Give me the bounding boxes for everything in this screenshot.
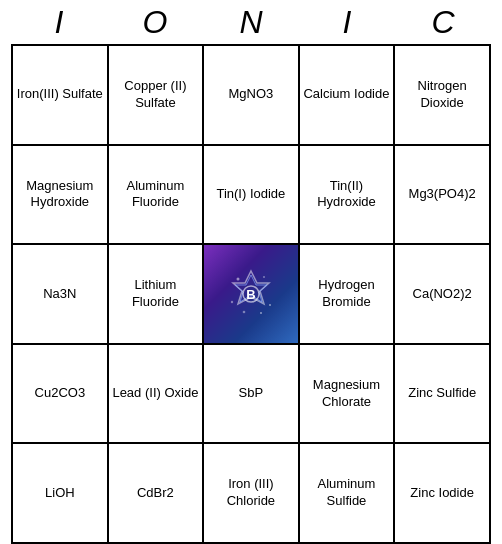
svg-point-9 bbox=[260, 312, 262, 314]
cell-3-0: Cu2CO3 bbox=[12, 344, 108, 444]
cell-1-4: Mg3(PO4)2 bbox=[394, 145, 490, 245]
title-letter-1: I bbox=[19, 4, 99, 41]
cell-1-3: Tin(II) Hydroxide bbox=[299, 145, 395, 245]
cell-4-3: Aluminum Sulfide bbox=[299, 443, 395, 543]
cell-0-2: MgNO3 bbox=[203, 45, 298, 145]
cell-3-1: Lead (II) Oxide bbox=[108, 344, 204, 444]
title-letter-2: O bbox=[115, 4, 195, 41]
svg-point-5 bbox=[263, 276, 265, 278]
cell-0-4: Nitrogen Dioxide bbox=[394, 45, 490, 145]
svg-point-7 bbox=[269, 304, 271, 306]
cell-2-3: Hydrogen Bromide bbox=[299, 244, 395, 344]
cell-2-1: Lithium Fluoride bbox=[108, 244, 204, 344]
title-letter-3: N bbox=[211, 4, 291, 41]
cell-4-1: CdBr2 bbox=[108, 443, 204, 543]
cell-0-1: Copper (II) Sulfate bbox=[108, 45, 204, 145]
cell-3-3: Magnesium Chlorate bbox=[299, 344, 395, 444]
cell-2-2: B bbox=[203, 244, 298, 344]
cell-3-2: SbP bbox=[203, 344, 298, 444]
cell-1-0: Magnesium Hydroxide bbox=[12, 145, 108, 245]
cell-1-2: Tin(I) Iodide bbox=[203, 145, 298, 245]
cell-0-3: Calcium Iodide bbox=[299, 45, 395, 145]
bingo-grid: Iron(III) SulfateCopper (II) SulfateMgNO… bbox=[11, 44, 491, 544]
cell-3-4: Zinc Sulfide bbox=[394, 344, 490, 444]
svg-text:B: B bbox=[246, 287, 255, 302]
cell-4-4: Zinc Iodide bbox=[394, 443, 490, 543]
svg-point-8 bbox=[243, 311, 246, 314]
cell-2-0: Na3N bbox=[12, 244, 108, 344]
cell-4-2: Iron (III) Chloride bbox=[203, 443, 298, 543]
cell-4-0: LiOH bbox=[12, 443, 108, 543]
title-letter-5: C bbox=[403, 4, 483, 41]
free-space-cell: B bbox=[206, 247, 295, 341]
cell-0-0: Iron(III) Sulfate bbox=[12, 45, 108, 145]
svg-point-6 bbox=[231, 301, 233, 303]
cell-2-4: Ca(NO2)2 bbox=[394, 244, 490, 344]
title-row: I O N I C bbox=[11, 0, 491, 44]
cell-1-1: Aluminum Fluoride bbox=[108, 145, 204, 245]
title-letter-4: I bbox=[307, 4, 387, 41]
svg-point-4 bbox=[236, 277, 239, 280]
